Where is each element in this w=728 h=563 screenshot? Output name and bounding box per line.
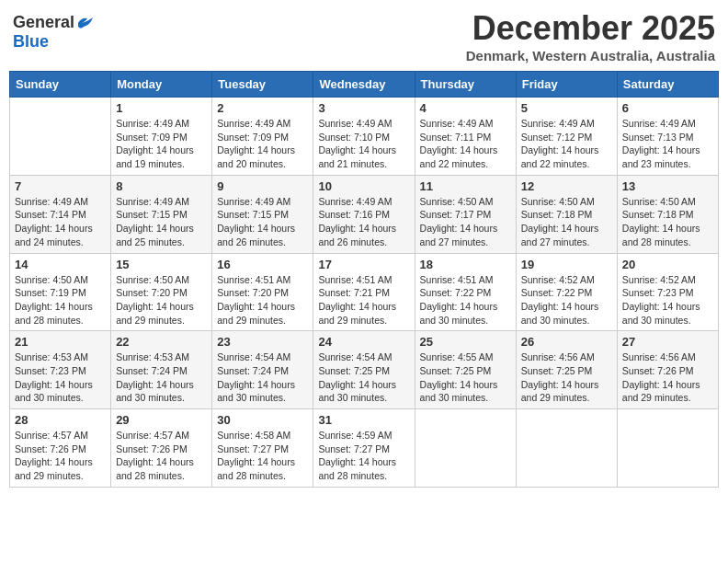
calendar-cell: 15Sunrise: 4:50 AM Sunset: 7:20 PM Dayli…: [111, 253, 212, 331]
header-row: SundayMondayTuesdayWednesdayThursdayFrid…: [10, 72, 719, 98]
cell-content: Sunrise: 4:54 AM Sunset: 7:25 PM Dayligh…: [318, 350, 409, 405]
day-number: 19: [521, 258, 612, 271]
cell-content: Sunrise: 4:50 AM Sunset: 7:20 PM Dayligh…: [116, 273, 207, 327]
cell-content: Sunrise: 4:49 AM Sunset: 7:15 PM Dayligh…: [116, 195, 207, 249]
day-number: 4: [420, 101, 511, 115]
day-number: 22: [116, 335, 207, 349]
cell-content: Sunrise: 4:51 AM Sunset: 7:21 PM Dayligh…: [318, 273, 409, 327]
calendar-cell: 29Sunrise: 4:57 AM Sunset: 7:26 PM Dayli…: [111, 409, 212, 488]
cell-content: Sunrise: 4:49 AM Sunset: 7:16 PM Dayligh…: [318, 195, 409, 249]
day-number: 17: [318, 258, 409, 271]
calendar-cell: 20Sunrise: 4:52 AM Sunset: 7:23 PM Dayli…: [617, 253, 718, 331]
day-number: 23: [217, 335, 308, 349]
cell-content: Sunrise: 4:49 AM Sunset: 7:09 PM Dayligh…: [116, 117, 207, 171]
calendar-cell: 28Sunrise: 4:57 AM Sunset: 7:26 PM Dayli…: [10, 409, 111, 488]
cell-content: Sunrise: 4:50 AM Sunset: 7:19 PM Dayligh…: [15, 273, 106, 327]
day-number: 24: [318, 335, 409, 349]
day-header-saturday: Saturday: [617, 72, 718, 98]
cell-content: Sunrise: 4:50 AM Sunset: 7:17 PM Dayligh…: [420, 195, 511, 249]
logo: General Blue: [13, 13, 97, 52]
cell-content: Sunrise: 4:56 AM Sunset: 7:25 PM Dayligh…: [521, 350, 612, 405]
week-row-2: 7Sunrise: 4:49 AM Sunset: 7:14 PM Daylig…: [10, 175, 719, 253]
cell-content: Sunrise: 4:50 AM Sunset: 7:18 PM Dayligh…: [521, 195, 612, 249]
calendar-cell: 10Sunrise: 4:49 AM Sunset: 7:16 PM Dayli…: [313, 175, 415, 253]
cell-content: Sunrise: 4:54 AM Sunset: 7:24 PM Dayligh…: [217, 350, 308, 405]
day-number: 16: [217, 258, 308, 271]
logo-general: General: [13, 13, 74, 32]
calendar-cell: 25Sunrise: 4:55 AM Sunset: 7:25 PM Dayli…: [415, 331, 516, 409]
cell-content: Sunrise: 4:57 AM Sunset: 7:26 PM Dayligh…: [15, 429, 106, 483]
calendar-cell: [10, 98, 111, 176]
calendar-cell: 30Sunrise: 4:58 AM Sunset: 7:27 PM Dayli…: [212, 409, 313, 488]
cell-content: Sunrise: 4:53 AM Sunset: 7:24 PM Dayligh…: [116, 350, 207, 405]
logo-bird-icon: [76, 16, 97, 30]
week-row-3: 14Sunrise: 4:50 AM Sunset: 7:19 PM Dayli…: [10, 253, 719, 331]
day-number: 25: [420, 335, 511, 349]
day-header-thursday: Thursday: [415, 72, 516, 98]
day-number: 26: [521, 335, 612, 349]
logo-blue: Blue: [13, 32, 49, 51]
calendar-cell: 26Sunrise: 4:56 AM Sunset: 7:25 PM Dayli…: [516, 331, 617, 409]
cell-content: Sunrise: 4:51 AM Sunset: 7:20 PM Dayligh…: [217, 273, 308, 327]
title-area: December 2025 Denmark, Western Australia…: [466, 9, 715, 63]
cell-content: Sunrise: 4:49 AM Sunset: 7:13 PM Dayligh…: [622, 117, 713, 171]
calendar-table: SundayMondayTuesdayWednesdayThursdayFrid…: [9, 71, 719, 488]
day-number: 7: [15, 179, 106, 193]
cell-content: Sunrise: 4:49 AM Sunset: 7:09 PM Dayligh…: [217, 117, 308, 171]
calendar-cell: 2Sunrise: 4:49 AM Sunset: 7:09 PM Daylig…: [212, 98, 313, 176]
day-number: 10: [318, 179, 409, 193]
calendar-cell: 13Sunrise: 4:50 AM Sunset: 7:18 PM Dayli…: [617, 175, 718, 253]
day-number: 6: [622, 101, 713, 115]
calendar-cell: 16Sunrise: 4:51 AM Sunset: 7:20 PM Dayli…: [212, 253, 313, 331]
calendar-cell: 1Sunrise: 4:49 AM Sunset: 7:09 PM Daylig…: [111, 98, 212, 176]
day-number: 20: [622, 258, 713, 271]
cell-content: Sunrise: 4:49 AM Sunset: 7:12 PM Dayligh…: [521, 117, 612, 171]
calendar-cell: 7Sunrise: 4:49 AM Sunset: 7:14 PM Daylig…: [10, 175, 111, 253]
calendar-cell: 11Sunrise: 4:50 AM Sunset: 7:17 PM Dayli…: [415, 175, 516, 253]
calendar-cell: [516, 409, 617, 488]
calendar-cell: 23Sunrise: 4:54 AM Sunset: 7:24 PM Dayli…: [212, 331, 313, 409]
cell-content: Sunrise: 4:49 AM Sunset: 7:14 PM Dayligh…: [15, 195, 106, 249]
day-number: 11: [420, 179, 511, 193]
day-number: 18: [420, 258, 511, 271]
calendar-cell: 21Sunrise: 4:53 AM Sunset: 7:23 PM Dayli…: [10, 331, 111, 409]
calendar-cell: 24Sunrise: 4:54 AM Sunset: 7:25 PM Dayli…: [313, 331, 415, 409]
calendar-cell: 14Sunrise: 4:50 AM Sunset: 7:19 PM Dayli…: [10, 253, 111, 331]
calendar-cell: 3Sunrise: 4:49 AM Sunset: 7:10 PM Daylig…: [313, 98, 415, 176]
day-number: 2: [217, 101, 308, 115]
day-header-monday: Monday: [111, 72, 212, 98]
day-number: 5: [521, 101, 612, 115]
cell-content: Sunrise: 4:49 AM Sunset: 7:15 PM Dayligh…: [217, 195, 308, 249]
day-number: 30: [217, 413, 308, 427]
day-number: 21: [15, 335, 106, 349]
day-number: 31: [318, 413, 409, 427]
calendar-cell: [617, 409, 718, 488]
day-number: 29: [116, 413, 207, 427]
cell-content: Sunrise: 4:55 AM Sunset: 7:25 PM Dayligh…: [420, 350, 511, 405]
week-row-1: 1Sunrise: 4:49 AM Sunset: 7:09 PM Daylig…: [10, 98, 719, 176]
cell-content: Sunrise: 4:51 AM Sunset: 7:22 PM Dayligh…: [420, 273, 511, 327]
day-number: 8: [116, 179, 207, 193]
calendar-cell: 18Sunrise: 4:51 AM Sunset: 7:22 PM Dayli…: [415, 253, 516, 331]
calendar-cell: 9Sunrise: 4:49 AM Sunset: 7:15 PM Daylig…: [212, 175, 313, 253]
day-header-friday: Friday: [516, 72, 617, 98]
day-header-wednesday: Wednesday: [313, 72, 415, 98]
day-number: 3: [318, 101, 409, 115]
cell-content: Sunrise: 4:49 AM Sunset: 7:11 PM Dayligh…: [420, 117, 511, 171]
calendar-cell: 27Sunrise: 4:56 AM Sunset: 7:26 PM Dayli…: [617, 331, 718, 409]
calendar-cell: 5Sunrise: 4:49 AM Sunset: 7:12 PM Daylig…: [516, 98, 617, 176]
cell-content: Sunrise: 4:52 AM Sunset: 7:22 PM Dayligh…: [521, 273, 612, 327]
cell-content: Sunrise: 4:49 AM Sunset: 7:10 PM Dayligh…: [318, 117, 409, 171]
month-title: December 2025: [466, 9, 715, 48]
calendar-cell: 6Sunrise: 4:49 AM Sunset: 7:13 PM Daylig…: [617, 98, 718, 176]
cell-content: Sunrise: 4:56 AM Sunset: 7:26 PM Dayligh…: [622, 350, 713, 405]
day-number: 13: [622, 179, 713, 193]
day-number: 28: [15, 413, 106, 427]
day-number: 12: [521, 179, 612, 193]
cell-content: Sunrise: 4:58 AM Sunset: 7:27 PM Dayligh…: [217, 429, 308, 483]
calendar-cell: 22Sunrise: 4:53 AM Sunset: 7:24 PM Dayli…: [111, 331, 212, 409]
header: General Blue December 2025 Denmark, West…: [9, 9, 719, 63]
location-subtitle: Denmark, Western Australia, Australia: [466, 48, 715, 63]
cell-content: Sunrise: 4:59 AM Sunset: 7:27 PM Dayligh…: [318, 429, 409, 483]
cell-content: Sunrise: 4:53 AM Sunset: 7:23 PM Dayligh…: [15, 350, 106, 405]
